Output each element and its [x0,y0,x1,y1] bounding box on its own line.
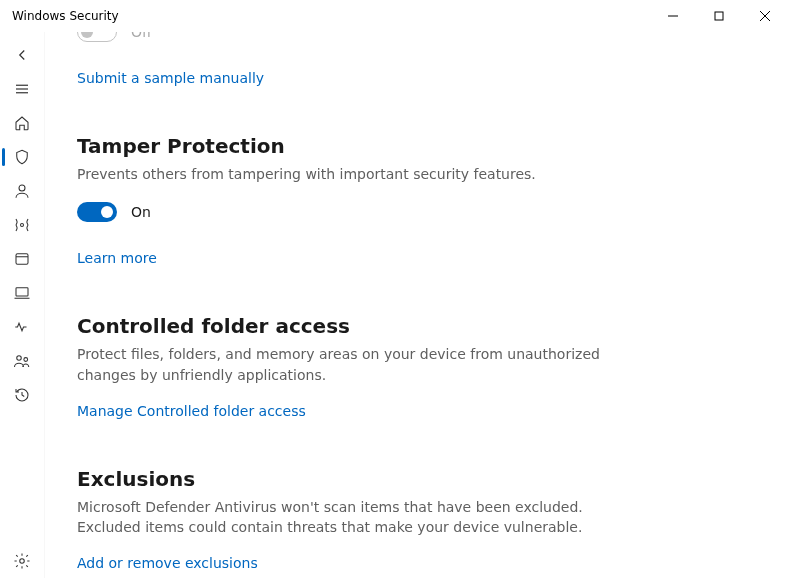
svg-point-13 [17,356,22,361]
exclusions-desc: Microsoft Defender Antivirus won't scan … [77,497,607,538]
add-exclusions-link[interactable]: Add or remove exclusions [77,555,258,571]
sidebar-item-app-browser[interactable] [2,242,42,276]
tamper-toggle-label: On [131,204,151,220]
sidebar-item-device-security[interactable] [2,276,42,310]
sidebar-item-firewall[interactable] [2,208,42,242]
sidebar-item-family[interactable] [2,344,42,378]
sidebar-item-device-performance[interactable] [2,310,42,344]
sidebar-item-history[interactable] [2,378,42,412]
submit-sample-link[interactable]: Submit a sample manually [77,70,264,86]
previous-toggle-label: Off [131,32,152,40]
exclusions-title: Exclusions [77,467,760,491]
previous-toggle-row: Off [77,32,760,42]
svg-point-7 [19,185,25,191]
menu-button[interactable] [2,72,42,106]
tamper-protection-title: Tamper Protection [77,134,760,158]
controlled-folder-access-title: Controlled folder access [77,314,760,338]
learn-more-link[interactable]: Learn more [77,250,157,266]
back-button[interactable] [2,38,42,72]
sidebar-item-virus-protection[interactable] [2,140,42,174]
window-controls [650,0,788,32]
sidebar-item-settings[interactable] [2,544,42,578]
sidebar-item-account[interactable] [2,174,42,208]
minimize-button[interactable] [650,0,696,32]
manage-cfa-link[interactable]: Manage Controlled folder access [77,403,306,419]
window-title: Windows Security [12,9,119,23]
svg-point-14 [24,358,28,362]
controlled-folder-access-desc: Protect files, folders, and memory areas… [77,344,607,385]
tamper-toggle-row: On [77,202,760,222]
svg-point-15 [20,559,25,564]
svg-rect-9 [16,254,28,265]
svg-rect-1 [715,12,723,20]
sidebar-item-home[interactable] [2,106,42,140]
maximize-button[interactable] [696,0,742,32]
main-content: Off Submit a sample manually Tamper Prot… [44,32,788,578]
tamper-toggle[interactable] [77,202,117,222]
sidebar [0,32,44,578]
titlebar: Windows Security [0,0,788,32]
close-button[interactable] [742,0,788,32]
previous-toggle[interactable] [77,32,117,42]
svg-rect-11 [16,288,28,296]
svg-point-8 [21,224,24,227]
tamper-protection-desc: Prevents others from tampering with impo… [77,164,607,184]
